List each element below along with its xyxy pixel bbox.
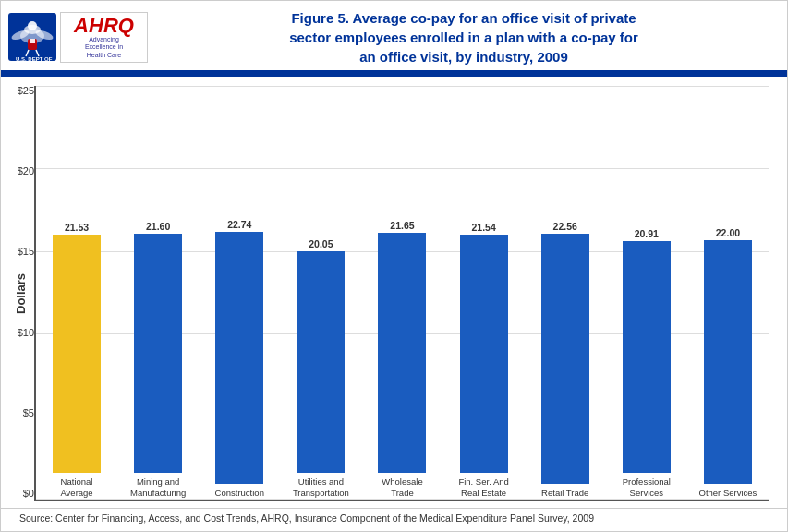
bar-value: 20.91 [635,228,659,239]
bar: 21.54 [460,222,508,473]
y-labels: $0$5$10$15$20$25 [0,86,34,499]
bar-value: 22.00 [716,227,740,238]
bar-group: 21.54Fin. Ser. And Real Estate [443,93,525,499]
bar-label: Other Services [699,488,758,499]
bar-group: 21.53National Average [36,93,117,499]
bar-rect [460,235,508,473]
bar-rect [215,232,263,484]
y-label: $5 [0,408,34,418]
bar-value: 22.56 [553,221,577,232]
footer: Source: Center for Financing, Access, an… [1,508,787,531]
bar-label: Wholesale Trade [382,477,422,499]
header: U.S. DEPT OF AHRQ Advancing Excellence i… [1,1,787,73]
bar-group: 22.56Retail Trade [525,93,606,499]
ahrq-logo: AHRQ Advancing Excellence in Health Care [60,12,148,63]
bar-group: 22.74Construction [199,93,280,499]
bar-group: 22.00Other Services [687,93,769,499]
bar-value: 21.60 [146,221,170,232]
svg-rect-7 [30,39,35,43]
grid-line [36,86,769,87]
chart-area: Dollars $0$5$10$15$20$25 21.53National A… [1,77,787,508]
bar-value: 22.74 [227,219,251,230]
bar: 21.53 [53,222,101,473]
bar-rect [704,240,752,484]
y-label: $15 [0,247,34,257]
bar-value: 21.54 [471,222,495,233]
bar-label: Professional Services [623,477,671,499]
chart-title-area: Figure 5. Average co-pay for an office v… [152,8,776,66]
bar-rect [134,234,182,473]
bar-rect [623,241,671,473]
bar-label: Construction [215,488,264,499]
bar: 22.74 [215,219,263,484]
bar: 20.91 [623,228,671,473]
bar-label: Utilities and Transportation [293,477,349,499]
y-label: $20 [0,166,34,176]
y-label: $10 [0,328,34,338]
bar: 21.60 [134,221,182,473]
bar-rect [378,233,426,473]
bar-label: Retail Trade [541,488,588,499]
bar-rect [297,251,345,474]
bars-container: $0$5$10$15$20$25 21.53National Average21… [34,86,769,501]
bar-rect [53,235,101,473]
bar-label: National Average [60,477,92,499]
ahrq-sub-text: Advancing Excellence in Health Care [85,36,123,59]
source-text: Source: Center for Financing, Access, an… [19,513,594,524]
bar-value: 21.53 [65,222,89,233]
bar-value: 20.05 [309,238,333,249]
page-container: U.S. DEPT OF AHRQ Advancing Excellence i… [0,0,788,532]
bar: 20.05 [297,238,345,474]
bar-rect [541,234,589,484]
logo-area: U.S. DEPT OF AHRQ Advancing Excellence i… [8,12,152,63]
chart-inner: $0$5$10$15$20$25 21.53National Average21… [34,86,769,501]
bar: 22.56 [541,221,589,484]
bar-group: 20.91Professional Services [606,93,687,499]
hhs-logo-icon: U.S. DEPT OF [8,13,56,61]
ahrq-brand-text: AHRQ [74,16,134,36]
y-label: $25 [0,86,34,96]
bar: 21.65 [378,220,426,473]
bar-group: 21.65Wholesale Trade [361,93,442,499]
y-label: $0 [0,489,34,499]
svg-text:U.S. DEPT OF: U.S. DEPT OF [16,56,53,61]
svg-point-3 [28,21,37,30]
bar-label: Mining and Manufacturing [130,477,186,499]
bar-group: 20.05Utilities and Transportation [280,93,361,499]
bar-label: Fin. Ser. And Real Estate [458,477,508,499]
grid-line [36,499,769,500]
bar-group: 21.60Mining and Manufacturing [117,93,199,499]
bar: 22.00 [704,227,752,484]
bar-value: 21.65 [390,220,414,231]
chart-title: Figure 5. Average co-pay for an office v… [161,8,767,66]
